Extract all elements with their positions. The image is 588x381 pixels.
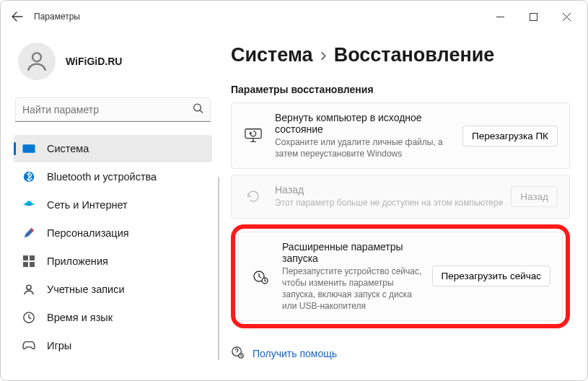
chevron-right-icon: › xyxy=(320,44,327,66)
svg-rect-0 xyxy=(530,13,537,20)
nav-item-bluetooth[interactable]: Bluetooth и устройства xyxy=(14,163,212,190)
search-box[interactable] xyxy=(15,97,211,122)
get-help-link[interactable]: Получить помощь xyxy=(231,334,570,361)
help-label: Получить помощь xyxy=(253,348,337,359)
section-title: Параметры восстановления xyxy=(231,84,570,102)
nav-label: Персонализация xyxy=(47,227,129,239)
help-icon xyxy=(231,346,244,361)
bluetooth-icon xyxy=(21,169,37,185)
nav-item-accounts[interactable]: Учетные записи xyxy=(14,276,212,303)
nav-label: Время и язык xyxy=(47,312,113,323)
card-desc: Перезапустите устройство сейчас, чтобы и… xyxy=(282,266,425,312)
search-input[interactable] xyxy=(15,97,211,122)
svg-point-2 xyxy=(194,104,201,111)
svg-point-9 xyxy=(27,285,31,289)
go-back-icon xyxy=(243,186,263,206)
window-title: Параметры xyxy=(34,12,80,22)
svg-rect-5 xyxy=(23,255,28,260)
sidebar-scrollbar[interactable] xyxy=(218,177,219,360)
card-title: Расширенные параметры запуска xyxy=(282,241,425,266)
maximize-button[interactable] xyxy=(517,5,550,28)
system-icon xyxy=(21,141,37,157)
svg-rect-7 xyxy=(23,262,28,267)
card-title: Назад xyxy=(275,184,504,197)
restart-now-button[interactable]: Перезагрузить сейчас xyxy=(432,266,550,286)
card-title: Вернуть компьютер в исходное состояние xyxy=(275,112,455,136)
minimize-button[interactable] xyxy=(483,5,517,28)
card-reset-pc[interactable]: Вернуть компьютер в исходное состояние С… xyxy=(231,102,570,169)
network-icon xyxy=(21,197,37,213)
sidebar: WiFiGiD.RU Система Bluetooth и устройств… xyxy=(1,32,221,381)
card-advanced-startup[interactable]: Расширенные параметры запуска Перезапуст… xyxy=(238,232,563,322)
nav-item-system[interactable]: Система xyxy=(14,135,212,162)
nav-label: Учетные записи xyxy=(47,284,125,295)
svg-point-1 xyxy=(32,53,41,61)
close-icon xyxy=(563,13,571,21)
highlight-annotation: Расширенные параметры запуска Перезапуст… xyxy=(231,224,570,329)
nav-label: Сеть и Интернет xyxy=(47,199,128,211)
gaming-icon xyxy=(21,338,37,354)
svg-rect-11 xyxy=(245,129,261,139)
back-button[interactable] xyxy=(5,4,30,29)
nav-label: Bluetooth и устройства xyxy=(47,171,157,183)
profile-name: WiFiGiD.RU xyxy=(66,56,122,67)
nav: Система Bluetooth и устройства Сеть и Ин… xyxy=(11,135,215,359)
maximize-icon xyxy=(530,13,537,21)
nav-item-network[interactable]: Сеть и Интернет xyxy=(14,191,212,219)
nav-label: Приложения xyxy=(47,255,108,267)
personalization-icon xyxy=(21,225,37,241)
time-language-icon xyxy=(21,310,37,325)
accounts-icon xyxy=(21,281,37,297)
minimize-icon xyxy=(496,13,504,21)
svg-rect-3 xyxy=(22,144,35,153)
card-desc: Сохраните или удалите личные файлы, а за… xyxy=(275,136,455,159)
svg-rect-6 xyxy=(30,255,35,260)
svg-rect-8 xyxy=(30,262,35,267)
nav-item-apps[interactable]: Приложения xyxy=(14,248,212,275)
breadcrumb: Система › Восстановление xyxy=(231,32,570,84)
nav-item-time-language[interactable]: Время и язык xyxy=(14,304,212,331)
profile[interactable]: WiFiGiD.RU xyxy=(11,32,215,95)
nav-item-gaming[interactable]: Игры xyxy=(14,332,212,359)
search-icon xyxy=(193,103,203,117)
card-go-back: Назад Этот параметр больше не доступен н… xyxy=(231,175,570,218)
person-icon xyxy=(25,49,49,74)
nav-item-personalization[interactable]: Персонализация xyxy=(14,219,212,247)
main: Система › Восстановление Параметры восст… xyxy=(221,32,587,381)
breadcrumb-current: Восстановление xyxy=(334,44,495,66)
reset-pc-icon xyxy=(243,126,263,146)
breadcrumb-parent[interactable]: Система xyxy=(231,44,313,66)
titlebar: Параметры xyxy=(1,1,587,32)
avatar xyxy=(18,43,56,80)
close-button[interactable] xyxy=(550,5,583,28)
advanced-startup-icon xyxy=(250,266,271,286)
arrow-left-icon xyxy=(12,11,23,22)
reset-pc-button[interactable]: Перезагрузка ПК xyxy=(462,126,558,146)
nav-label: Система xyxy=(47,143,89,154)
nav-label: Игры xyxy=(47,340,71,351)
apps-icon xyxy=(21,253,37,269)
go-back-button: Назад xyxy=(511,186,558,207)
card-desc: Этот параметр больше не доступен на этом… xyxy=(275,197,504,209)
